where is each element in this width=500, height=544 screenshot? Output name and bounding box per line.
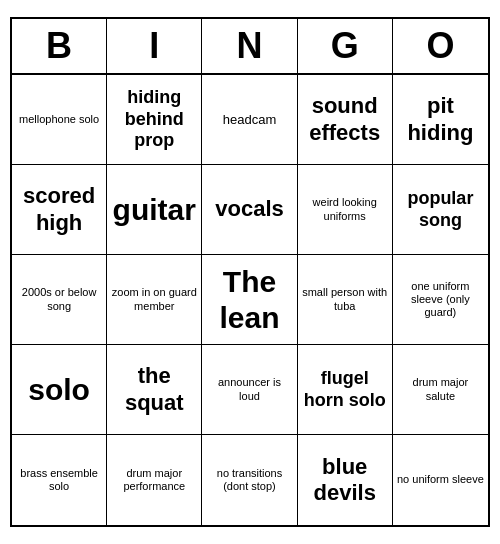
bingo-cell-24: no uniform sleeve (393, 435, 488, 525)
header-letter-b: B (12, 19, 107, 73)
bingo-cell-16: the squat (107, 345, 202, 435)
bingo-cell-21: drum major performance (107, 435, 202, 525)
cell-text-24: no uniform sleeve (397, 473, 484, 486)
cell-text-0: mellophone solo (19, 113, 99, 126)
bingo-header: BINGO (12, 19, 488, 75)
cell-text-17: announcer is loud (206, 376, 292, 402)
bingo-cell-5: scored high (12, 165, 107, 255)
bingo-grid: mellophone solohiding behind propheadcam… (12, 75, 488, 525)
cell-text-5: scored high (16, 183, 102, 236)
cell-text-23: blue devils (302, 454, 388, 507)
cell-text-14: one uniform sleeve (only guard) (397, 280, 484, 320)
bingo-cell-20: brass ensemble solo (12, 435, 107, 525)
bingo-cell-9: popular song (393, 165, 488, 255)
cell-text-6: guitar (113, 192, 196, 228)
header-letter-n: N (202, 19, 297, 73)
bingo-cell-18: flugel horn solo (298, 345, 393, 435)
bingo-cell-7: vocals (202, 165, 297, 255)
bingo-cell-8: weird looking uniforms (298, 165, 393, 255)
bingo-cell-22: no transitions (dont stop) (202, 435, 297, 525)
bingo-cell-12: The lean (202, 255, 297, 345)
cell-text-7: vocals (215, 196, 284, 222)
cell-text-1: hiding behind prop (111, 87, 197, 152)
bingo-cell-23: blue devils (298, 435, 393, 525)
cell-text-18: flugel horn solo (302, 368, 388, 411)
header-letter-o: O (393, 19, 488, 73)
cell-text-11: zoom in on guard member (111, 286, 197, 312)
bingo-cell-6: guitar (107, 165, 202, 255)
cell-text-21: drum major performance (111, 467, 197, 493)
cell-text-22: no transitions (dont stop) (206, 467, 292, 493)
cell-text-15: solo (28, 372, 90, 408)
header-letter-i: I (107, 19, 202, 73)
cell-text-8: weird looking uniforms (302, 196, 388, 222)
bingo-cell-4: pit hiding (393, 75, 488, 165)
cell-text-16: the squat (111, 363, 197, 416)
cell-text-9: popular song (397, 188, 484, 231)
cell-text-10: 2000s or below song (16, 286, 102, 312)
cell-text-20: brass ensemble solo (16, 467, 102, 493)
bingo-cell-15: solo (12, 345, 107, 435)
bingo-cell-3: sound effects (298, 75, 393, 165)
bingo-cell-19: drum major salute (393, 345, 488, 435)
bingo-cell-0: mellophone solo (12, 75, 107, 165)
bingo-cell-13: small person with tuba (298, 255, 393, 345)
bingo-cell-2: headcam (202, 75, 297, 165)
cell-text-19: drum major salute (397, 376, 484, 402)
cell-text-13: small person with tuba (302, 286, 388, 312)
bingo-cell-14: one uniform sleeve (only guard) (393, 255, 488, 345)
cell-text-4: pit hiding (397, 93, 484, 146)
cell-text-2: headcam (223, 112, 276, 128)
bingo-cell-17: announcer is loud (202, 345, 297, 435)
bingo-card: BINGO mellophone solohiding behind proph… (10, 17, 490, 527)
bingo-cell-1: hiding behind prop (107, 75, 202, 165)
cell-text-3: sound effects (302, 93, 388, 146)
cell-text-12: The lean (206, 264, 292, 336)
bingo-cell-10: 2000s or below song (12, 255, 107, 345)
header-letter-g: G (298, 19, 393, 73)
bingo-cell-11: zoom in on guard member (107, 255, 202, 345)
